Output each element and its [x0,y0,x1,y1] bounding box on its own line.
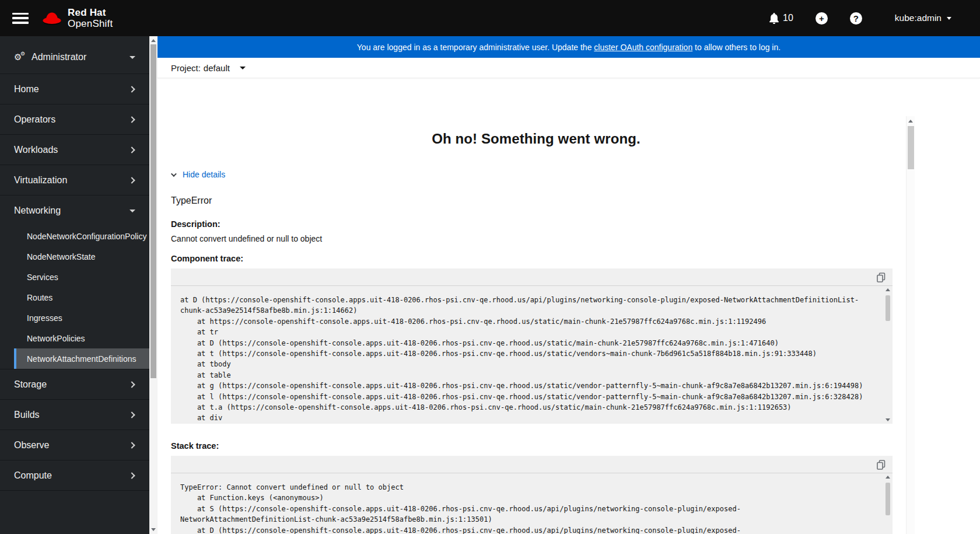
sidebar-item-workloads[interactable]: Workloads [0,135,149,165]
networking-subnav: NodeNetworkConfigurationPolicy NodeNetwo… [0,226,149,369]
component-trace-label: Component trace: [171,254,892,263]
quick-create-icon[interactable]: + [816,12,828,25]
project-value: default [204,63,230,73]
sidebar-item-networking[interactable]: Networking [0,196,149,226]
component-trace-scrollbar[interactable] [885,288,891,421]
content-scrollbar[interactable] [906,116,915,534]
sidebar-item-storage[interactable]: Storage [0,369,149,400]
error-type: TypeError [171,196,892,206]
cogs-icon: ⚙⚙ [14,53,27,62]
stack-trace-scrollbar[interactable] [885,476,891,534]
sidebar-item-nodenetworkconfigurationpolicy[interactable]: NodeNetworkConfigurationPolicy [0,226,149,246]
brand-line2: OpenShift [68,18,113,29]
help-icon[interactable]: ? [850,12,862,25]
page-title: Oh no! Something went wrong. [158,131,915,147]
red-hat-logo-icon [41,11,62,26]
masthead-toolbar: 10 + ? kube:admin [738,12,951,25]
component-trace-text: at D (https://console-openshift-console.… [171,286,892,432]
caret-down-icon [240,67,246,69]
caret-down-icon [130,56,135,59]
project-selector[interactable]: Project: default [158,58,980,78]
chevron-right-icon [128,146,135,153]
chevron-right-icon [128,472,135,479]
content-scrollbar-thumb[interactable] [908,126,914,169]
temp-admin-banner: You are logged in as a temporary adminis… [158,36,980,58]
sidebar-item-observe[interactable]: Observe [0,430,149,460]
sidebar-item-virtualization[interactable]: Virtualization [0,165,149,196]
scroll-up-icon[interactable] [151,39,156,42]
notifications-button[interactable]: 10 [769,13,793,24]
sidebar-item-operators[interactable]: Operators [0,104,149,135]
perspective-label: Administrator [32,52,130,62]
scroll-up-icon[interactable] [886,476,890,479]
cluster-oauth-link[interactable]: cluster OAuth configuration [594,43,692,52]
sidebar-nav: ⚙⚙ Administrator Home Operators Workload… [0,36,149,534]
brand-line1: Red Hat [68,7,113,18]
masthead: Red Hat OpenShift 10 + ? kube:admin [0,0,980,36]
perspective-switcher[interactable]: ⚙⚙ Administrator [0,41,149,74]
copy-icon[interactable] [877,273,886,285]
stack-trace-text: TypeError: Cannot convert undefined or n… [171,473,892,534]
caret-down-icon [947,17,951,20]
scroll-down-icon[interactable] [886,418,890,421]
component-trace-block: at D (https://console-openshift-console.… [171,268,892,424]
brand-logo: Red Hat OpenShift [41,7,113,29]
hide-details-toggle[interactable]: Hide details [171,170,892,179]
stack-trace-block: TypeError: Cannot convert undefined or n… [171,456,892,534]
copy-icon[interactable] [877,460,886,472]
sidebar-item-compute[interactable]: Compute [0,460,149,491]
chevron-right-icon [128,442,135,448]
description-value: Cannot convert undefined or null to obje… [171,234,892,243]
sidebar-item-services[interactable]: Services [0,267,149,287]
sidebar-item-networkattachmentdefinitions[interactable]: NetworkAttachmentDefinitions [14,348,149,369]
username: kube:admin [895,13,942,23]
chevron-right-icon [128,86,135,92]
sidebar-item-networkpolicies[interactable]: NetworkPolicies [0,328,149,348]
bell-icon [769,13,779,24]
nav-toggle-button[interactable] [12,13,29,24]
chevron-right-icon [128,411,135,418]
scroll-up-icon[interactable] [908,120,913,123]
notification-count-badge: 10 [783,13,793,23]
chevron-right-icon [128,381,135,388]
sidebar-scrollbar[interactable] [149,36,158,534]
sidebar-item-ingresses[interactable]: Ingresses [0,308,149,328]
sidebar-item-routes[interactable]: Routes [0,287,149,308]
description-label: Description: [171,219,892,229]
scroll-up-icon[interactable] [886,288,890,291]
error-content: Oh no! Something went wrong. Hide detail… [158,115,915,534]
chevron-right-icon [128,177,135,183]
user-menu[interactable]: kube:admin [895,13,951,23]
app-launcher-icon[interactable] [738,13,748,23]
main-area: You are logged in as a temporary adminis… [158,36,980,534]
chevron-down-icon [171,171,177,177]
chevron-right-icon [128,116,135,123]
stack-trace-label: Stack trace: [171,441,892,451]
project-label: Project: [171,63,201,73]
caret-down-icon [130,210,135,212]
scroll-down-icon[interactable] [151,528,156,531]
sidebar-item-home[interactable]: Home [0,74,149,104]
sidebar-scrollbar-thumb[interactable] [150,44,156,378]
sidebar-item-builds[interactable]: Builds [0,400,149,430]
sidebar-item-nodenetworkstate[interactable]: NodeNetworkState [0,246,149,267]
